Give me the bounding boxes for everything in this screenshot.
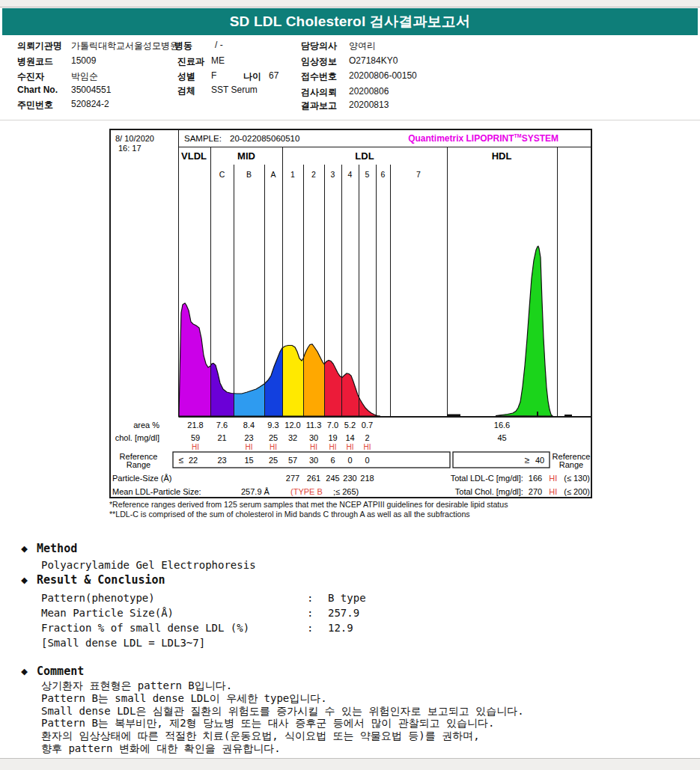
ref-ldl5: 0 [365, 456, 369, 465]
age-value: 67 [269, 70, 279, 81]
colon: : [307, 607, 328, 619]
patient-label: 수진자 [17, 70, 44, 83]
hi-flag-midb: HI [246, 443, 253, 451]
total-ldl-label: Total LDL-C [mg/dl]: [451, 474, 523, 483]
area-ldl5: 0.7 [362, 421, 373, 430]
particle-size-values: 277 261 245 230 218 [286, 474, 374, 483]
diamond-bullet-icon: ◆ [21, 573, 28, 587]
age-label: 나이 [243, 70, 261, 83]
particle-ldl3: 245 [326, 474, 339, 483]
hi-flag-ldl2: HI [310, 443, 317, 451]
mean-particle-line: Mean LDL-Particle Size: 257.9 Å (TYPE B … [112, 487, 359, 496]
hi-flag-ldl3: HI [329, 443, 337, 451]
result-row-mean-size: Mean Particle Size(Å):257.9 [41, 607, 359, 619]
hospital-code-label: 병원코드 [17, 55, 53, 68]
area-ldl1: 12.0 [284, 421, 300, 430]
ward-label: 병동 [174, 40, 192, 52]
specimen-label: 검체 [177, 85, 195, 97]
particle-ldl2: 261 [307, 474, 320, 483]
particle-ldl5: 218 [360, 474, 374, 483]
band-label-vldl: VLDL [181, 150, 207, 162]
total-chol-hi-flag: HI [549, 487, 557, 496]
page-title: SD LDL Cholesterol 검사결과보고서 [230, 12, 471, 31]
area-ldl4: 5.2 [344, 421, 356, 430]
total-ldl-line: Total LDL-C [mg/dl]:166HI(≤ 130) [451, 474, 590, 483]
particle-ldl1: 277 [286, 474, 299, 483]
result-section-header: ◆Result & Conclusion [21, 573, 165, 587]
resident-no-value: 520824-2 [71, 99, 109, 109]
subband-b: B [246, 170, 252, 179]
diamond-bullet-icon: ◆ [21, 542, 28, 555]
hi-flags: HI HI HI HI HI HI HI [192, 443, 371, 451]
ward-value: / - [215, 40, 223, 50]
area-ldl3: 7.0 [327, 421, 338, 430]
curve-fills [179, 303, 380, 416]
header-divider [0, 120, 700, 120]
result-value: 12.9 [328, 622, 353, 634]
ref-range-right-label-2: Range [559, 460, 583, 469]
method-body: Polyacrylamide Gel Electrophoresis [41, 559, 256, 571]
patient-name: 박임순 [71, 70, 98, 83]
colon: : [307, 622, 328, 634]
resident-no-label: 주민번호 [17, 99, 53, 111]
lipoprint-chart: 8/ 10/2020 16: 17 SAMPLE: 20-02208506051… [109, 129, 592, 498]
colon: : [307, 592, 328, 604]
chart-no-value: 35004551 [71, 85, 111, 95]
chol-ldl2: 30 [309, 433, 318, 442]
total-ldl-range: (≤ 130) [564, 474, 590, 483]
clinical-info-value: O27184KY0 [349, 55, 398, 66]
method-section-header: ◆Method [21, 542, 77, 555]
specimen-value: SST Serum [211, 85, 258, 95]
org-value: 가톨릭대학교서울성모병원 [71, 40, 179, 52]
chart-table: area % 21.8 7.6 8.4 9.3 12.0 11.3 7.0 5.… [112, 421, 590, 496]
subband-7: 7 [416, 170, 421, 179]
ref-values: ≤ 22 23 15 25 57 30 6 0 0 ≥ 40 [179, 455, 544, 465]
mean-particle-label: Mean LDL-Particle Size: [112, 487, 201, 496]
area-values: 21.8 7.6 8.4 9.3 12.0 11.3 7.0 5.2 0.7 1… [187, 421, 510, 430]
brand-suffix: SYSTEM [522, 133, 559, 144]
result-row-fraction: Fraction % of small dense LDL (%):12.9 [41, 622, 353, 634]
comment-body: 상기환자 표현형은 pattern B입니다. Pattern B는 small… [41, 679, 524, 755]
order-date-value: 20200806 [349, 86, 389, 97]
ref-gte-symbol: ≥ [525, 455, 530, 465]
result-label: Mean Particle Size(Å) [41, 607, 307, 619]
report-title-bar: SD LDL Cholesterol 검사결과보고서 [2, 8, 698, 35]
area-ldl2: 11.3 [306, 421, 322, 430]
sample-id: 20-022085060510 [230, 134, 299, 143]
report-date-label: 결과보고 [301, 100, 337, 112]
page-top-strip [0, 0, 700, 7]
subband-2: 2 [311, 170, 316, 179]
ref-midb: 15 [244, 456, 253, 465]
comment-line: 향후 pattern 변화에 대한 확인을 권유합니다. [41, 742, 524, 755]
hi-flag-ldl5: HI [364, 443, 371, 451]
ref-hdl: 40 [535, 456, 544, 465]
diamond-bullet-icon: ◆ [21, 664, 28, 678]
chol-mida: 25 [269, 433, 278, 442]
ref-ldl3: 6 [330, 456, 335, 465]
chol-ldl5: 2 [365, 433, 369, 442]
order-date-label: 검사의뢰 [301, 86, 337, 99]
area-mida: 9.3 [267, 421, 279, 430]
result-label: Pattern(phenotype) [41, 592, 307, 604]
ref-midc: 23 [217, 456, 226, 465]
brand-main: Quantimetrix LIPOPRINT [408, 133, 514, 144]
band-label-ldl: LDL [355, 150, 374, 162]
phenotype-flag: (TYPE B [290, 487, 323, 496]
subband-c: C [219, 170, 225, 179]
hi-flag-vldl: HI [192, 443, 199, 451]
chol-ldl4: 14 [345, 433, 354, 442]
ref-ldl1: 57 [288, 456, 297, 465]
chol-midb: 23 [244, 433, 253, 442]
mean-particle-range: ;≤ 265) [333, 487, 359, 496]
comment-line: Small dense LDL은 심혈관 질환의 위험도를 증가시킬 수 있는 … [41, 705, 524, 718]
chol-ldl3: 19 [328, 433, 337, 442]
brand-tm: TM [514, 133, 522, 138]
band-labels: VLDL MID LDL HDL [181, 150, 511, 162]
comment-line: Pattern B는 복부비만, 제2형 당뇨병 또는 대사 증후군 등에서 많… [41, 717, 524, 730]
result-row-pattern: Pattern(phenotype):B type [41, 592, 366, 604]
area-midb: 8.4 [243, 421, 255, 430]
total-ldl-hi-flag: HI [549, 474, 557, 483]
org-label: 의뢰기관명 [17, 40, 62, 52]
chart-footnotes: *Reference ranges derived from 125 serum… [109, 500, 508, 519]
result-row-note: [Small dense LDL = LDL3~7] [41, 637, 307, 649]
